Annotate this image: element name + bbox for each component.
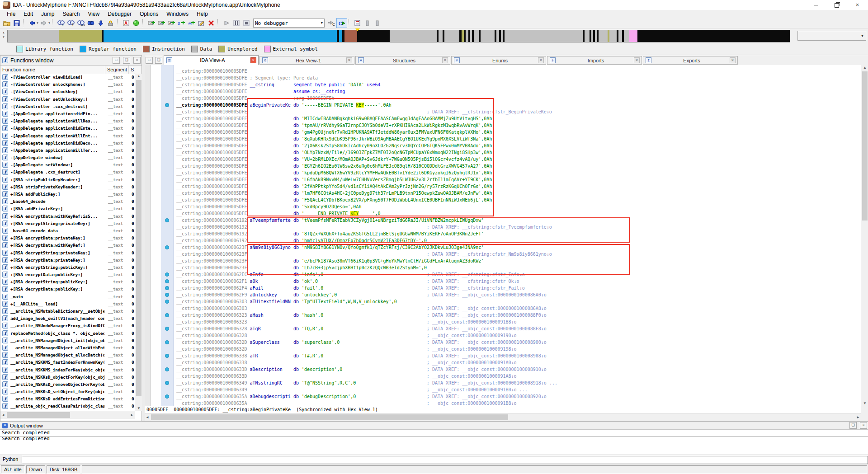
function-row[interactable]: f__arclite_NSKKsD_objectForKey(objc_obj.… — [0, 374, 134, 381]
save-icon[interactable] — [12, 19, 22, 28]
scrollbar-thumb[interactable] — [151, 414, 508, 420]
open-file-icon[interactable] — [2, 19, 12, 28]
disasm-line[interactable]: __cstring:0000000100006338 aTR db 'T#,R'… — [176, 352, 861, 359]
function-row[interactable]: f+[RSA addPrivateKey:]__text0 — [0, 205, 134, 212]
function-row[interactable]: f__arclite_NSKKsD_removeObjectForKey(ob.… — [0, 381, 134, 388]
function-row[interactable]: f+[RSA encryptData:withKeyRef:isS...__te… — [0, 213, 134, 220]
function-row[interactable]: f-[ViewController viewDidLoad]__text0 — [0, 74, 134, 81]
tab-close-icon[interactable]: × — [250, 57, 256, 63]
disasm-line[interactable]: __cstring:00000001000062F1 aOk db 'ok',0… — [176, 278, 861, 285]
menu-item-jump[interactable]: Jump — [37, 10, 58, 18]
function-row[interactable]: f+[RSA encryptString:privateKey:]__text0 — [0, 220, 134, 227]
edit-icon[interactable] — [196, 19, 206, 28]
function-row[interactable]: f__arclite_objc_readClassPair(objc_clas.… — [0, 403, 134, 410]
disasm-line[interactable]: __cstring:0000000100006349 aTNsstringRC … — [176, 380, 861, 386]
panel-close-icon[interactable]: × — [860, 422, 867, 429]
scroll-right-icon[interactable]: ► — [130, 413, 134, 417]
disasm-line[interactable]: __cstring:0000000100006328 aTqR db 'TQ,R… — [176, 325, 861, 332]
scroll-down-icon[interactable]: ▼ — [135, 406, 142, 410]
tab-close-icon[interactable]: × — [442, 57, 448, 63]
jump-lock-icon[interactable] — [106, 19, 116, 28]
run-to-c-icon[interactable]: C — [336, 18, 347, 28]
make-data-icon[interactable]: DAT — [156, 19, 166, 28]
function-row[interactable]: f+[__ARCLite__ load]__text0 — [0, 300, 134, 308]
function-row[interactable]: f__arclite_NSMutableDictionary__setObje.… — [0, 308, 134, 315]
disasm-line[interactable]: __cstring:0000000100005DFE ;org 100005DF… — [176, 95, 861, 102]
make-array-icon[interactable]: s — [176, 19, 186, 28]
menu-item-edit[interactable]: Edit — [19, 10, 37, 18]
disasm-line[interactable]: __cstring:00000001000062F9 aUnlockkey db… — [176, 291, 861, 298]
function-row[interactable]: f+[RSA decryptString:privateKey:]__text0 — [0, 249, 134, 257]
menu-item-windows[interactable]: Windows — [162, 10, 193, 18]
scroll-up-icon[interactable]: ▲ — [861, 66, 868, 70]
close-button[interactable]: × — [847, 0, 868, 10]
disasm-line[interactable]: __cstring:000000010000632D ; __objc_cons… — [176, 346, 861, 352]
disasm-line[interactable]: __cstring:0000000100005DFE db 'EGYZh6IO2… — [176, 163, 861, 169]
search-immediate-icon[interactable]: 101 — [76, 19, 86, 28]
disasm-line[interactable]: __cstring:0000000100005DFE db 'gm4PgQUjn… — [176, 129, 861, 136]
functions-horizontal-scrollbar[interactable]: ◄ ► — [0, 411, 135, 419]
column-function-name[interactable]: Function name — [0, 66, 105, 74]
function-row[interactable]: freplaceMethod(objc_class *, objc_select… — [0, 330, 134, 337]
tab-close-icon[interactable]: × — [634, 57, 640, 63]
search-binary-icon[interactable] — [86, 19, 96, 28]
function-row[interactable]: f+[RSA decryptString:publicKey:]__text0 — [0, 278, 134, 286]
disasm-line[interactable]: __cstring:0000000100005DFE db 'F5QAcL4CY… — [176, 197, 861, 203]
disasm-line[interactable]: __cstring:0000000100006303 ; DATA XREF: … — [176, 305, 861, 312]
disasm-line[interactable]: __cstring:0000000100005DFE — [176, 68, 861, 75]
tab-ida-view-a[interactable]: ≣IDA View-A× — [164, 55, 259, 65]
debug-pause-icon[interactable] — [231, 19, 241, 28]
function-row[interactable]: f+[RSA decryptData:withKeyRef:]__text0 — [0, 242, 134, 249]
function-row[interactable]: f__arclite_NSKKMS_indexForKey(objc_obje.… — [0, 366, 134, 374]
minimize-button[interactable] — [806, 0, 826, 10]
disasm-line[interactable]: __cstring:000000010000635A aDebugdescrip… — [176, 393, 861, 400]
tab-close-icon[interactable]: × — [346, 57, 352, 63]
disasm-line[interactable]: __cstring:0000000100005DFE db '2jX6Ksk2S… — [176, 142, 861, 149]
restore-button[interactable] — [826, 0, 847, 10]
tab-enums[interactable]: #Enums× — [451, 56, 546, 65]
forward-history-icon[interactable]: ▼ — [48, 22, 51, 24]
band-scroll-arrows[interactable]: ▲▼ — [1, 30, 6, 41]
make-code-icon[interactable]: COD — [146, 19, 156, 28]
search-names-icon[interactable]: # — [56, 19, 66, 28]
disasm-vertical-scrollbar[interactable]: ▲ ▼ — [861, 65, 868, 406]
menu-item-debugger[interactable]: Debugger — [104, 10, 136, 18]
disasm-line[interactable]: __cstring:0000000100005DFE aBeginPrivate… — [176, 102, 861, 108]
disasm-line[interactable]: __cstring:0000000100006192 aTveempfsmfer… — [176, 217, 861, 224]
disasm-line[interactable]: __cstring:0000000100005DFE db '8qXubKHRx… — [176, 136, 861, 142]
disasm-line[interactable]: __cstring:000000010000633D ; __objc_cons… — [176, 373, 861, 380]
disasm-line[interactable]: __cstring:0000000100005DFE ; DATA XREF: … — [176, 108, 861, 115]
function-row[interactable]: f+[RSA stripPublicKeyHeader:]__text0 — [0, 176, 134, 183]
disasm-line[interactable]: __cstring:00000001000062EC aInfo db 'inf… — [176, 271, 861, 278]
disasm-line[interactable]: __cstring:0000000100005DFE db 'kpduDpM6B… — [176, 169, 861, 176]
function-row[interactable]: f-[AppDelegate .cxx_destruct]__text0 — [0, 169, 134, 176]
menu-item-help[interactable]: Help — [193, 10, 212, 18]
function-row[interactable]: f_main__text0 — [0, 293, 134, 300]
set-colors-icon[interactable]: A — [121, 19, 131, 28]
scroll-down-icon[interactable]: ▼ — [861, 401, 868, 405]
tab-close-icon[interactable]: × — [538, 57, 544, 63]
scroll-right-icon[interactable]: ► — [856, 415, 860, 419]
function-row[interactable]: f-[ViewController unlockphone:]__text0 — [0, 81, 134, 88]
function-row[interactable]: f__arclite_NSManagedObject_init(objc_ob.… — [0, 337, 134, 344]
function-row[interactable]: f+[RSA decryptData:publicKey:]__text0 — [0, 286, 134, 293]
disasm-line[interactable]: __cstring:0000000100005DFE assume cs:__c… — [176, 88, 861, 95]
disasm-line[interactable]: __cstring:0000000100005DFE db 'MIICdwIBA… — [176, 115, 861, 122]
tab-imports[interactable]: ↧Imports× — [547, 56, 642, 65]
make-string-icon[interactable]: A — [166, 19, 176, 28]
function-row[interactable]: f-[AppDelegate application:didFin...__te… — [0, 110, 134, 117]
disasm-line[interactable]: __cstring:0000000100005DFE ; Segment typ… — [176, 75, 861, 81]
function-row[interactable]: f-[AppDelegate window]__text0 — [0, 154, 134, 161]
disasm-line[interactable]: __cstring:0000000100006192 db 'hmYclyATU… — [176, 237, 861, 244]
dock-float-icon[interactable]: ❏ — [155, 57, 162, 64]
tab-hex-view-1[interactable]: 0Hex View-1× — [259, 56, 354, 65]
disasm-line[interactable]: __cstring:0000000100006192 db '8TQZx+WXQ… — [176, 230, 861, 237]
function-row[interactable]: f-[AppDelegate setWindow:]__text0 — [0, 161, 134, 169]
disasm-line[interactable]: __cstring:000000010000632D aSuperclass d… — [176, 339, 861, 346]
function-row[interactable]: f+[RSA stripPrivateKeyHeader:]__text0 — [0, 183, 134, 191]
panel-maximize-icon[interactable]: □ — [113, 57, 120, 64]
ida-view-content[interactable]: __cstring:0000000100005DFE__cstring:0000… — [151, 65, 861, 406]
disasm-line[interactable]: __cstring:0000000100006323 aHash db 'has… — [176, 312, 861, 319]
scrollbar-thumb[interactable] — [136, 80, 142, 396]
disasm-line[interactable]: __cstring:0000000100005DFE db 'lm7HF6CQt… — [176, 190, 861, 197]
